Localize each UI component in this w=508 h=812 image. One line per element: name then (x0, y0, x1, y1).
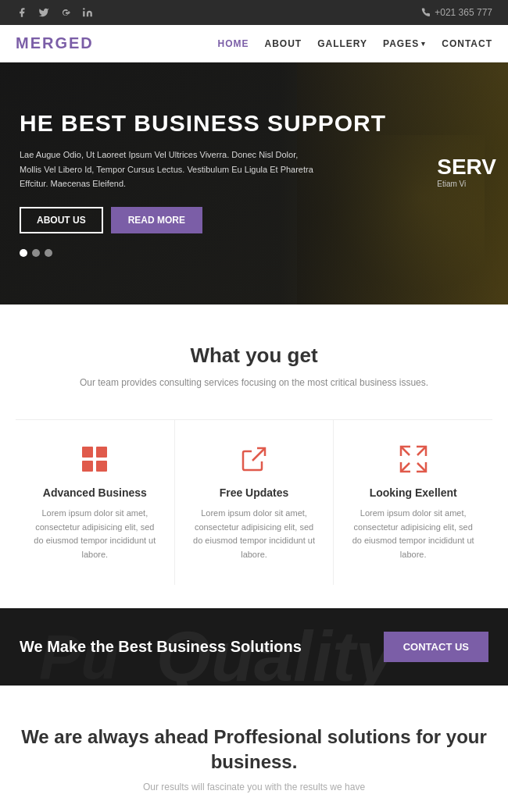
stats-title: We are always ahead Proffesional solutio… (16, 725, 492, 773)
svg-rect-4 (96, 461, 107, 472)
hero-title: HE BEST BUSINESS SUPPORT (20, 110, 386, 136)
feature-1-title: Advanced Business (31, 486, 159, 499)
hero-content: HE BEST BUSINESS SUPPORT Lae Augue Odio,… (0, 83, 406, 284)
contact-us-button[interactable]: Contact Us (384, 632, 488, 662)
dot-1[interactable] (20, 249, 27, 257)
stats-section: We are always ahead Proffesional solutio… (0, 686, 508, 812)
what-you-get-section: What you get Our team provides consultin… (0, 304, 508, 608)
feature-2-title: Free Updates (191, 486, 318, 499)
stats-subtitle: Our results will fascinate you with the … (16, 782, 492, 792)
feature-advanced-business: Advanced Business Lorem ipsum dolor sit … (16, 420, 175, 585)
google-plus-icon[interactable] (59, 6, 72, 19)
phone-number: +021 365 777 (435, 7, 492, 18)
svg-line-8 (401, 463, 410, 472)
hero-right-content: SERV Etiam Vi (437, 155, 496, 188)
svg-line-6 (417, 447, 426, 455)
linkedin-icon[interactable] (81, 6, 94, 19)
dot-2[interactable] (32, 249, 40, 257)
svg-rect-2 (96, 447, 107, 458)
hero-dots (20, 249, 386, 257)
chevron-down-icon: ▾ (421, 40, 426, 48)
what-subtitle: Our team provides consulting services fo… (16, 377, 492, 388)
svg-line-5 (401, 447, 410, 455)
logo: MERGED (16, 34, 94, 52)
hero-buttons: About Us Read More (20, 207, 386, 233)
feature-looking-excellent: Looking Exellent Lorem ipsum dolor sit a… (334, 420, 492, 585)
feature-2-text: Lorem ipsum dolor sit amet, consectetur … (191, 507, 318, 561)
feature-1-text: Lorem ipsum dolor sit amet, consectetur … (31, 507, 159, 561)
svg-rect-1 (82, 447, 93, 458)
dot-3[interactable] (45, 249, 52, 257)
social-icons (16, 6, 94, 19)
nav: HOME ABOUT GALLERY PAGES ▾ CONTACT (218, 38, 492, 49)
nav-home[interactable]: HOME (218, 38, 249, 49)
about-us-button[interactable]: About Us (20, 207, 103, 233)
svg-line-7 (417, 463, 426, 472)
phone-info: +021 365 777 (421, 7, 492, 18)
features-grid: Advanced Business Lorem ipsum dolor sit … (16, 419, 492, 585)
facebook-icon[interactable] (16, 6, 28, 19)
cta-section: Pu Quality We Make the Best Business Sol… (0, 608, 508, 686)
hero-right-title: SERV (437, 155, 496, 180)
feature-3-text: Lorem ipsum dolor sit amet, consectetur … (349, 507, 477, 561)
what-title: What you get (16, 344, 492, 368)
top-bar: +021 365 777 (0, 0, 508, 25)
hero-subtitle: Lae Augue Odio, Ut Laoreet Ipsum Vel Ult… (20, 148, 317, 191)
hero-right-subtitle: Etiam Vi (437, 180, 496, 188)
logo-accent: M (16, 34, 30, 52)
nav-gallery[interactable]: GALLERY (317, 38, 367, 49)
feature-3-title: Looking Exellent (349, 486, 477, 499)
svg-point-0 (83, 8, 84, 9)
grid-icon (79, 443, 110, 475)
feature-free-updates: Free Updates Lorem ipsum dolor sit amet,… (175, 420, 334, 585)
twitter-icon[interactable] (38, 6, 50, 19)
header: MERGED HOME ABOUT GALLERY PAGES ▾ CONTAC… (0, 25, 508, 62)
share-icon (238, 443, 270, 475)
read-more-button[interactable]: Read More (111, 207, 202, 233)
svg-rect-3 (82, 461, 93, 472)
logo-text: ERGED (30, 34, 94, 52)
nav-about[interactable]: ABOUT (265, 38, 302, 49)
nav-pages[interactable]: PAGES ▾ (383, 38, 426, 49)
expand-icon (398, 443, 429, 475)
cta-title: We Make the Best Business Solutions (20, 638, 302, 656)
hero-section: HE BEST BUSINESS SUPPORT Lae Augue Odio,… (0, 62, 508, 304)
nav-contact[interactable]: CONTACT (442, 38, 492, 49)
